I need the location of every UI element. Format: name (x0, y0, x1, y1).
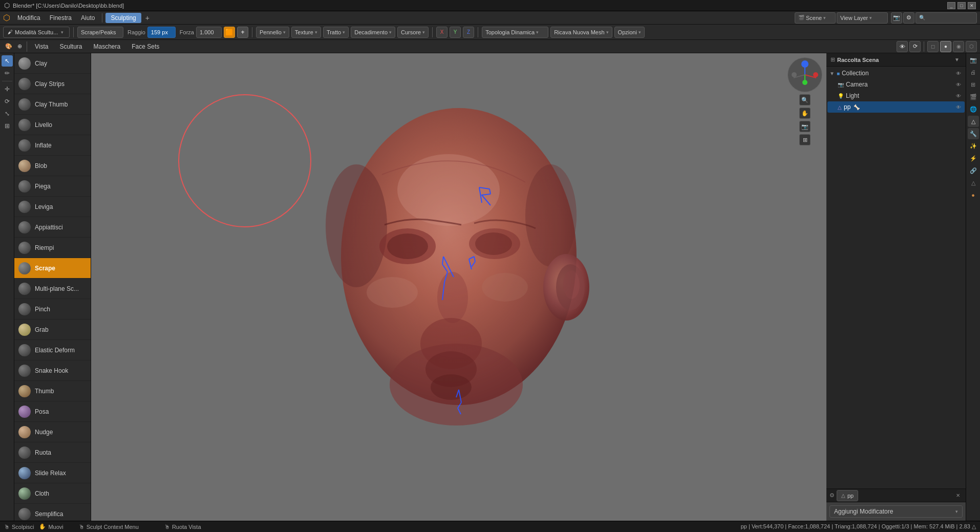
sym-x-btn[interactable]: X (436, 27, 448, 38)
prop-icon-object[interactable]: △ (968, 116, 979, 127)
prop-icon-scene[interactable]: 🎬 (968, 91, 979, 102)
light-eye-btn[interactable]: 👁 (954, 92, 963, 100)
maximize-btn[interactable]: □ (957, 2, 966, 9)
brush-item-clay[interactable]: Clay (14, 53, 91, 74)
viewport-header-icon-paint[interactable]: 🎨 (3, 41, 14, 52)
brush-item-grab[interactable]: Grab (14, 320, 91, 340)
outliner-filter-btn[interactable]: ▼ (952, 55, 962, 65)
brush-item-clay-thumb[interactable]: Clay Thumb (14, 94, 91, 115)
brush-item-leviga[interactable]: Leviga (14, 197, 91, 217)
axis-gizmo[interactable] (787, 57, 822, 92)
tool-select[interactable]: ↖ (2, 55, 13, 67)
options-selector[interactable]: Opzioni ▾ (614, 27, 645, 38)
tool-scale[interactable]: ⤡ (2, 108, 13, 119)
brush-selector[interactable]: Scrape/Peaks (77, 27, 123, 38)
prop-icon-render[interactable]: 📷 (968, 54, 979, 66)
brush-item-thumb[interactable]: Thumb (14, 381, 91, 401)
prop-icon-world[interactable]: 🌐 (968, 103, 979, 115)
close-btn[interactable]: ✕ (968, 2, 976, 9)
light-row[interactable]: 💡 Light 👁 (827, 90, 965, 101)
mode-selector[interactable]: 🖌 Modalità Scultu... ▾ (3, 27, 70, 38)
properties-obj-btn[interactable]: △ pp (837, 490, 858, 501)
camera-eye-btn[interactable]: 👁 (954, 80, 963, 89)
add-brush-btn[interactable]: + (237, 27, 248, 38)
render-settings-btn[interactable]: ⚙ (903, 12, 914, 24)
viewport-header-icon-cursor[interactable]: ⊕ (15, 41, 24, 52)
prop-icon-view-layer[interactable]: ⊞ (968, 79, 979, 90)
prop-icon-physics[interactable]: ⚡ (968, 153, 979, 164)
prop-icon-data[interactable]: △ (968, 177, 979, 188)
brush-item-ruota[interactable]: Ruota (14, 442, 91, 463)
tool-move[interactable]: ✛ (2, 83, 13, 95)
dynamic-topo-selector[interactable]: Topologia Dinamica ▾ (482, 27, 548, 38)
prop-icon-particles[interactable]: ✨ (968, 140, 979, 152)
brush-item-scrape[interactable]: Scrape (14, 258, 91, 279)
view-layer-selector[interactable]: View Layer ▾ (837, 12, 888, 24)
brush-item-riempi[interactable]: Riempi (14, 238, 91, 258)
brush-item-snake-hook[interactable]: Snake Hook (14, 360, 91, 381)
nav-pan[interactable]: ✋ (799, 108, 811, 119)
menu-finestra[interactable]: Finestra (46, 13, 76, 23)
brush-item-elastic-deform[interactable]: Elastic Deform (14, 340, 91, 360)
pen-selector[interactable]: Pennello ▾ (256, 27, 289, 38)
brush-item-multi-plane[interactable]: Multi-plane Sc... (14, 279, 91, 299)
brush-item-slide-relax[interactable]: Slide Relax (14, 463, 91, 483)
add-modifier-btn[interactable]: Aggiungi Modificatore ▾ (829, 505, 963, 518)
shading-wire-btn[interactable]: ◻ (927, 41, 939, 52)
prop-icon-constraints[interactable]: 🔗 (968, 165, 979, 176)
brush-item-posa[interactable]: Posa (14, 401, 91, 422)
minimize-btn[interactable]: _ (947, 2, 955, 9)
brush-item-semplifica[interactable]: Semplifica (14, 504, 91, 521)
tab-face-sets[interactable]: Face Sets (126, 41, 164, 52)
overlay-visibility-btn[interactable]: 👁 (897, 41, 908, 52)
sym-y-btn[interactable]: Y (450, 27, 461, 38)
brush-item-piega[interactable]: Piega (14, 176, 91, 197)
shading-material-btn[interactable]: ◉ (953, 41, 964, 52)
mesh-pp-row[interactable]: △ pp 🦴 👁 (827, 101, 965, 113)
nav-camera[interactable]: 📷 (799, 121, 811, 132)
menu-aiuto[interactable]: Aiuto (77, 13, 99, 23)
tab-vista[interactable]: Vista (30, 41, 53, 52)
scene-selector[interactable]: 🎬 Scene ▾ (795, 12, 836, 24)
sym-z-btn[interactable]: Z (463, 27, 474, 38)
radius-field[interactable]: 159 px (147, 27, 176, 38)
brush-item-clay-strips[interactable]: Clay Strips (14, 74, 91, 94)
brush-item-inflate[interactable]: Inflate (14, 135, 91, 156)
brush-item-appiattisci[interactable]: Appiattisci (14, 217, 91, 238)
brush-item-livello[interactable]: Livello (14, 115, 91, 135)
tab-scultura[interactable]: Scultura (54, 41, 87, 52)
brush-color-btn[interactable]: 🟧 (224, 27, 235, 38)
texture-selector[interactable]: Texture ▾ (291, 27, 321, 38)
tool-rotate[interactable]: ⟳ (2, 96, 13, 107)
viewport[interactable]: 🔍 ✋ 📷 ⊞ (91, 53, 826, 521)
brush-item-pinch[interactable]: Pinch (14, 299, 91, 320)
tab-maschera[interactable]: Maschera (89, 41, 126, 52)
add-workspace-btn[interactable]: + (142, 13, 153, 23)
nav-collection[interactable]: ⊞ (799, 134, 811, 145)
remesh-selector[interactable]: Ricava Nuova Mesh ▾ (550, 27, 612, 38)
stroke-selector[interactable]: Tratto ▾ (323, 27, 349, 38)
search-field[interactable]: 🔍 (915, 12, 977, 24)
shading-solid-btn[interactable]: ● (940, 41, 951, 52)
collection-row[interactable]: ▼ ■ Collection 👁 (827, 68, 965, 79)
brush-item-blob[interactable]: Blob (14, 156, 91, 176)
falloff-selector[interactable]: Decadimento ▾ (351, 27, 395, 38)
mesh-eye-btn[interactable]: 👁 (954, 103, 963, 111)
prop-icon-modifier[interactable]: 🔧 (968, 128, 979, 139)
tool-transform[interactable]: ⊞ (2, 120, 13, 132)
menu-modifica[interactable]: Modifica (13, 13, 45, 23)
tool-annotate[interactable]: ✏ (2, 68, 13, 79)
camera-row[interactable]: 📷 Camera 👁 (827, 79, 965, 90)
prop-icon-output[interactable]: 🖨 (968, 67, 979, 78)
brush-item-cloth[interactable]: Cloth (14, 483, 91, 504)
workspace-tab-sculpting[interactable]: Sculpting (105, 13, 141, 23)
prop-icon-material[interactable]: ● (968, 189, 979, 201)
render-icon-btn[interactable]: 📷 (891, 12, 902, 24)
properties-close-btn[interactable]: ✕ (953, 491, 963, 500)
cursor-selector[interactable]: Cursore ▾ (397, 27, 429, 38)
collection-eye-btn[interactable]: 👁 (954, 69, 963, 77)
gizmo-btn[interactable]: ⟳ (909, 41, 921, 52)
strength-field[interactable]: 1.000 (196, 27, 222, 38)
shading-rendered-btn[interactable]: ⬡ (966, 41, 977, 52)
nav-zoom-in[interactable]: 🔍 (799, 94, 811, 105)
